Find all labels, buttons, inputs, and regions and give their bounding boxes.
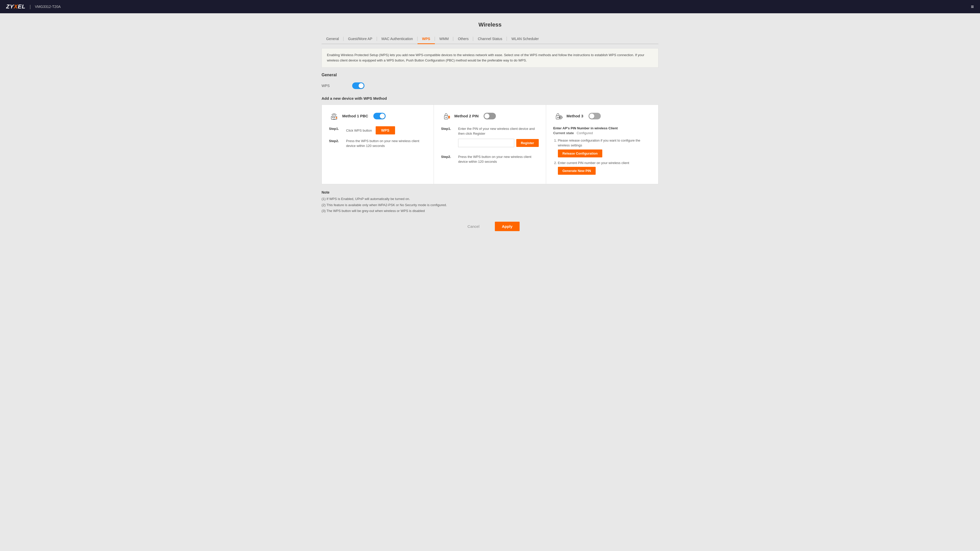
tab-wps[interactable]: WPS	[417, 34, 435, 44]
note-item-3: (3) The WPS button will be grey-out when…	[321, 208, 659, 213]
apply-button[interactable]: Apply	[495, 222, 520, 231]
method3-item2: Enter current PIN number on your wireles…	[558, 160, 651, 175]
bottom-actions: Cancel Apply	[321, 222, 659, 231]
generate-new-pin-button[interactable]: Generate New PIN	[558, 167, 596, 175]
tab-others[interactable]: Others	[453, 34, 473, 44]
method3-name: Method 3	[566, 114, 584, 118]
main-content: Wireless General Guest/More AP MAC Authe…	[311, 13, 669, 239]
method2-panel: # Method 2 PIN Step1. Enter the PIN of y…	[434, 105, 546, 184]
note-item-2: (2) This feature is available only when …	[321, 203, 659, 208]
tab-mac-authentication[interactable]: MAC Authentication	[377, 34, 417, 44]
method3-toggle[interactable]	[589, 113, 601, 119]
note-list: (1) If WPS is Enabled, UPnP will automat…	[321, 197, 659, 213]
note-title: Note	[321, 190, 659, 194]
method2-icon: #	[441, 111, 451, 121]
method2-toggle-thumb	[484, 114, 490, 119]
note-section: Note (1) If WPS is Enabled, UPnP will au…	[321, 190, 659, 213]
svg-point-15	[560, 117, 561, 118]
ap-pin-title: Enter AP's PIN Number in wireless Client	[553, 126, 651, 130]
hamburger-menu-icon[interactable]: ≡	[971, 4, 974, 10]
method1-panel: ↺ Method 1 PBC Step1. Click WPS button W…	[322, 105, 434, 184]
method1-step2-label: Step2.	[329, 138, 343, 143]
logo: ZYXEL	[6, 3, 25, 10]
methods-grid: ↺ Method 1 PBC Step1. Click WPS button W…	[321, 105, 659, 184]
page-title: Wireless	[321, 21, 659, 28]
method1-toggle[interactable]	[373, 113, 386, 119]
method2-step2-label: Step2.	[441, 154, 455, 159]
method3-icon	[553, 111, 563, 121]
general-section-heading: General	[321, 73, 659, 77]
method2-name: Method 2 PIN	[454, 114, 479, 118]
svg-rect-3	[333, 119, 335, 119]
wps-toggle-row: WPS	[321, 80, 659, 91]
tab-bar: General Guest/More AP MAC Authentication…	[321, 34, 659, 44]
wps-toggle[interactable]	[352, 83, 364, 89]
method2-step2: Step2. Press the WPS button on your new …	[441, 154, 538, 164]
method3-toggle-thumb	[589, 114, 594, 119]
method2-step1: Step1. Enter the PIN of your new wireles…	[441, 126, 538, 150]
method1-name: Method 1 PBC	[342, 114, 368, 118]
method1-toggle-thumb	[380, 114, 385, 119]
wps-toggle-label: WPS	[321, 84, 342, 88]
method2-header: # Method 2 PIN	[441, 111, 538, 121]
wps-button[interactable]: WPS	[375, 126, 395, 135]
tab-wmm[interactable]: WMM	[435, 34, 453, 44]
register-button[interactable]: Register	[516, 139, 539, 147]
model-name: VMG3312-T20A	[35, 5, 61, 9]
method3-header: Method 3	[553, 111, 651, 121]
method1-step1: Step1. Click WPS button WPS	[329, 126, 426, 135]
method1-step2-content: Press the WPS button on your new wireles…	[346, 138, 426, 148]
method3-item1: Please release configuration if you want…	[558, 138, 651, 157]
info-box: Enabling Wireless Protected Setup (WPS) …	[321, 48, 659, 68]
method1-step1-content: Click WPS button WPS	[346, 126, 426, 135]
method1-step2: Step2. Press the WPS button on your new …	[329, 138, 426, 148]
tab-general[interactable]: General	[321, 34, 344, 44]
wps-toggle-thumb	[359, 83, 364, 88]
method1-step1-label: Step1.	[329, 126, 343, 130]
header-left: ZYXEL | VMG3312-T20A	[6, 3, 61, 10]
cancel-button[interactable]: Cancel	[460, 222, 487, 231]
pin-input-field[interactable]	[458, 139, 514, 147]
header: ZYXEL | VMG3312-T20A ≡	[0, 0, 980, 13]
method2-step1-label: Step1.	[441, 126, 455, 130]
method2-toggle[interactable]	[484, 113, 496, 119]
tab-guest[interactable]: Guest/More AP	[344, 34, 377, 44]
pin-input-row: Register	[458, 139, 538, 147]
release-configuration-button[interactable]: Release Configuration	[558, 149, 602, 157]
tab-wlan-scheduler[interactable]: WLAN Scheduler	[507, 34, 543, 44]
add-device-title: Add a new device with WPS Method	[321, 96, 659, 100]
method2-step1-content: Enter the PIN of your new wireless clien…	[458, 126, 538, 150]
note-item-1: (1) If WPS is Enabled, UPnP will automat…	[321, 197, 659, 202]
header-divider: |	[30, 4, 31, 10]
svg-rect-2	[334, 117, 335, 118]
method2-step1-text: Enter the PIN of your new wireless clien…	[458, 126, 538, 136]
method1-icon: ↺	[329, 111, 339, 121]
current-state: Current state Configured	[553, 131, 651, 135]
method3-steps: Please release configuration if you want…	[553, 138, 651, 175]
method2-step2-content: Press the WPS button on your new wireles…	[458, 154, 538, 164]
method3-panel: Method 3 Enter AP's PIN Number in wirele…	[546, 105, 658, 184]
tab-channel-status[interactable]: Channel Status	[473, 34, 507, 44]
method1-header: ↺ Method 1 PBC	[329, 111, 426, 121]
svg-rect-1	[332, 117, 333, 118]
